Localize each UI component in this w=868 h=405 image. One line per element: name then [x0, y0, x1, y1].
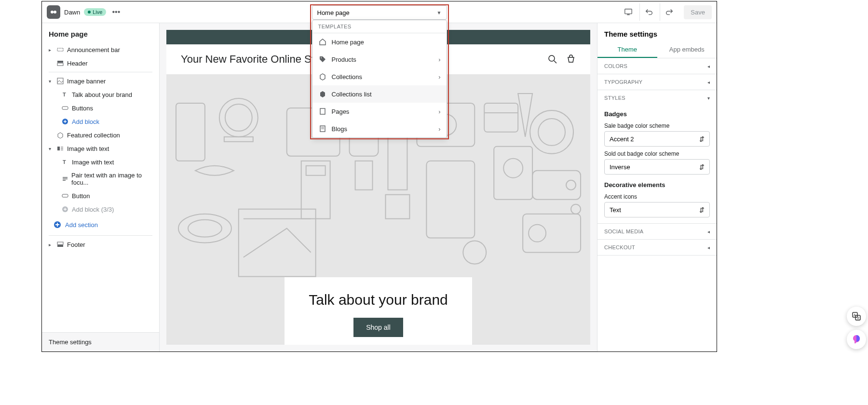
svg-rect-47: [426, 161, 475, 238]
accordion-colors[interactable]: COLORS ◂: [597, 58, 717, 74]
undo-button[interactable]: [639, 3, 658, 21]
store-title: Your New Favorite Online Store: [181, 53, 330, 66]
svg-rect-2: [625, 9, 632, 14]
footer-icon: [56, 241, 64, 248]
section-image-with-text[interactable]: ▾ Image with text: [42, 142, 159, 155]
svg-rect-34: [224, 137, 253, 142]
svg-point-35: [178, 214, 231, 243]
tab-theme[interactable]: Theme: [597, 42, 657, 58]
chevron-left-icon: ◂: [707, 245, 710, 250]
svg-rect-9: [57, 48, 63, 51]
tab-app-embeds[interactable]: App embeds: [657, 42, 717, 58]
select-caret-icon: ⇵: [699, 163, 705, 171]
image-icon: [56, 77, 64, 85]
svg-point-29: [549, 55, 555, 61]
svg-rect-11: [57, 63, 63, 66]
template-dropdown: TEMPLATES Home page Products › Collectio…: [312, 20, 447, 138]
plus-circle-icon: [61, 205, 69, 213]
settings-panel: Theme settings Theme App embeds COLORS ◂…: [597, 23, 717, 351]
hero-cta-button[interactable]: Shop all: [353, 318, 403, 337]
chevron-right-icon: ›: [438, 73, 440, 81]
template-item-pages[interactable]: Pages ›: [312, 103, 447, 120]
sold-out-select[interactable]: Inverse ⇵: [604, 159, 710, 175]
select-caret-icon: ⇵: [699, 135, 705, 143]
chevron-down-icon: ▼: [437, 10, 442, 15]
template-item-collections-list[interactable]: Collections list: [312, 85, 447, 103]
collection-icon: [318, 72, 327, 81]
add-section-button[interactable]: Add section: [42, 216, 159, 233]
translate-widget[interactable]: A文: [847, 307, 866, 326]
theme-settings-button[interactable]: Theme settings: [42, 332, 159, 351]
chevron-right-icon: ›: [438, 108, 440, 115]
live-badge: Live: [84, 8, 106, 16]
accent-icons-select[interactable]: Text ⇵: [604, 202, 710, 217]
svg-rect-10: [57, 61, 63, 63]
plus-circle-icon: [61, 118, 69, 125]
collections-list-icon: [318, 90, 327, 98]
svg-point-57: [529, 225, 546, 242]
section-header[interactable]: Header: [42, 56, 159, 70]
svg-rect-14: [62, 107, 68, 109]
svg-rect-28: [57, 245, 63, 247]
accordion-social-media[interactable]: SOCIAL MEDIA ◂: [597, 224, 717, 239]
chevron-right-icon: ▸: [49, 242, 54, 247]
button-icon: [61, 104, 69, 112]
search-icon[interactable]: [548, 54, 557, 64]
header-icon: [56, 59, 64, 67]
chevron-left-icon: ◂: [707, 80, 710, 85]
blog-icon: [318, 124, 327, 133]
viewport-desktop-button[interactable]: [619, 3, 637, 21]
theme-logo: [47, 5, 60, 19]
block-image-with-text[interactable]: T Image with text: [42, 155, 159, 169]
svg-text:T: T: [63, 92, 66, 97]
sale-badge-select[interactable]: Accent 2 ⇵: [604, 131, 710, 147]
svg-point-53: [530, 110, 573, 154]
svg-rect-49: [484, 103, 518, 132]
sections-panel-title: Home page: [42, 23, 159, 43]
svg-rect-55: [532, 171, 581, 200]
svg-rect-3: [627, 14, 630, 15]
add-block-button[interactable]: Add block: [42, 115, 159, 128]
template-item-collections[interactable]: Collections ›: [312, 68, 447, 85]
add-block-disabled: Add block (3/3): [42, 202, 159, 216]
svg-point-1: [54, 11, 56, 14]
svg-rect-16: [57, 147, 60, 150]
svg-point-36: [188, 220, 222, 237]
accordion-styles[interactable]: STYLES ▾: [597, 90, 717, 106]
block-pair-text[interactable]: Pair text with an image to focu...: [42, 169, 159, 189]
block-buttons[interactable]: Buttons: [42, 101, 159, 115]
sold-out-label: Sold out badge color scheme: [604, 150, 710, 157]
hero-heading: Talk about your brand: [309, 292, 448, 308]
svg-line-30: [554, 61, 556, 63]
svg-point-33: [225, 104, 252, 131]
template-item-home[interactable]: Home page: [312, 33, 447, 51]
block-talk-about-brand[interactable]: T Talk about your brand: [42, 88, 159, 101]
redo-button[interactable]: [660, 3, 678, 21]
page-icon: [318, 107, 327, 116]
svg-rect-51: [494, 147, 532, 200]
accent-icons-label: Accent icons: [604, 193, 710, 200]
accordion-checkout[interactable]: CHECKOUT ◂: [597, 240, 717, 255]
assistant-widget[interactable]: [847, 330, 866, 349]
svg-rect-24: [62, 194, 68, 197]
page-selector[interactable]: Home page ▼: [312, 5, 447, 20]
block-button[interactable]: Button: [42, 189, 159, 202]
section-image-banner[interactable]: ▾ Image banner: [42, 74, 159, 88]
svg-rect-31: [176, 103, 205, 161]
section-featured-collection[interactable]: Featured collection: [42, 128, 159, 142]
chevron-left-icon: ◂: [707, 64, 710, 69]
dropdown-header: TEMPLATES: [312, 20, 447, 33]
more-actions-button[interactable]: •••: [110, 6, 122, 18]
accordion-typography[interactable]: TYPOGRAPHY ◂: [597, 74, 717, 90]
save-button[interactable]: Save: [684, 5, 712, 19]
svg-rect-40: [306, 166, 326, 176]
collection-icon: [56, 131, 64, 139]
template-item-blogs[interactable]: Blogs ›: [312, 120, 447, 137]
sale-badge-label: Sale badge color scheme: [604, 122, 710, 129]
cart-icon[interactable]: [566, 54, 576, 64]
section-announcement-bar[interactable]: ▸ Announcement bar: [42, 43, 159, 56]
template-item-products[interactable]: Products ›: [312, 51, 447, 68]
select-caret-icon: ⇵: [699, 206, 705, 214]
section-footer[interactable]: ▸ Footer: [42, 238, 159, 251]
chevron-down-icon: ▾: [49, 146, 54, 151]
